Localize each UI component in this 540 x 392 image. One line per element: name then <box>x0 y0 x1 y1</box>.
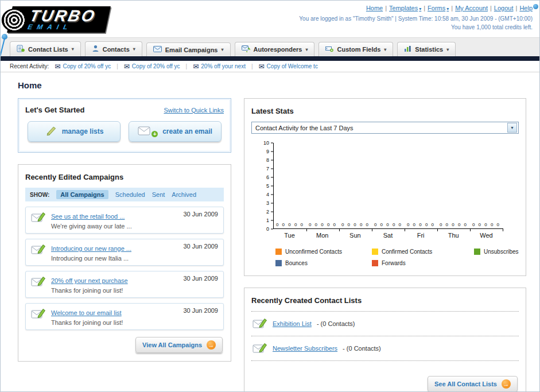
nav-tab-contacts[interactable]: Contacts▾ <box>85 41 142 56</box>
app-logo[interactable]: TURBO EMAIL <box>10 3 108 36</box>
contacts-icon <box>92 45 99 53</box>
y-tick-label: 2 <box>266 209 269 215</box>
campaign-row[interactable]: Welcome to our email listThanks for join… <box>25 303 224 330</box>
contact-list-row[interactable]: Exhibition List- (0 Contacts) <box>251 311 519 336</box>
recent-campaigns-title: Recently Edited Campaigns <box>25 173 123 181</box>
legend-item-unsubscribes: Unsubscribes <box>474 249 540 255</box>
chevron-down-icon: ▾ <box>446 47 449 52</box>
top-link-logout[interactable]: Logout <box>494 5 514 11</box>
contact-list-row[interactable]: Newsletter Subscribers- (0 Contacts) <box>251 336 519 360</box>
legend-item-forwards: Forwards <box>372 260 474 266</box>
chart-plot-area: 0 0 0 0 00 0 0 0 00 0 0 0 00 0 0 0 00 0 … <box>273 143 503 229</box>
right-column: Latest Stats Contact Activity for the La… <box>244 98 526 392</box>
arrow-right-icon: → <box>502 379 511 389</box>
campaign-date: 30 Jun 2009 <box>183 307 218 314</box>
view-all-campaigns-button[interactable]: View All Campaigns → <box>135 337 223 353</box>
top-link-forms[interactable]: Forms▾ <box>428 5 449 11</box>
recent-activity-item[interactable]: ✉Copy of 20% off yc <box>55 63 111 69</box>
bar-value-labels: 0 0 0 0 0 <box>274 222 306 227</box>
nav-tab-autoresponders[interactable]: Autoresponders▾ <box>235 42 315 56</box>
x-tick-label: Wed <box>470 229 503 240</box>
create-email-button[interactable]: + create an email <box>129 121 222 142</box>
bar-group-mon: 0 0 0 0 0 <box>306 143 339 228</box>
bar-value-labels: 0 0 0 0 0 <box>405 222 437 227</box>
legend-label: Bounces <box>285 260 308 266</box>
recent-activity-item[interactable]: ✉Copy of Welcome tc <box>259 63 318 69</box>
header-right: Home|Templates▾|Forms▾|My Account|Logout… <box>299 3 533 36</box>
campaigns-filter-tabs: SHOW: All CampaignsScheduledSentArchived <box>25 188 224 201</box>
activity-separator: | <box>186 63 188 69</box>
campaign-title-link[interactable]: 20% off your next purchase <box>51 277 128 284</box>
bar-group-sun: 0 0 0 0 0 <box>339 143 372 228</box>
campaign-row[interactable]: 20% off your next purchaseThanks for joi… <box>25 271 224 298</box>
legend-label: Unsubscribes <box>484 249 519 255</box>
nav-tab-statistics[interactable]: Statistics▾ <box>397 42 456 56</box>
contact-lists-icon <box>17 45 25 53</box>
chart-x-axis: TueMonSunSatFriThuWed <box>273 229 503 240</box>
nav-tab-contact-lists[interactable]: Contact Lists▾ <box>10 41 81 56</box>
link-separator: | <box>490 5 492 11</box>
contact-list-items: Exhibition List- (0 Contacts)Newsletter … <box>251 311 519 361</box>
nav-tab-email-campaigns[interactable]: Email Campaigns▾ <box>146 42 231 56</box>
create-email-label: create an email <box>162 127 212 135</box>
activity-item-label: Copy of 20% off yc <box>132 63 180 69</box>
x-tick-mark <box>405 228 405 231</box>
email-campaigns-icon <box>153 46 162 53</box>
campaign-filter-scheduled[interactable]: Scheduled <box>115 191 145 198</box>
nav-divider-bar <box>1 56 539 61</box>
view-all-campaigns-label: View All Campaigns <box>142 341 202 348</box>
custom-fields-icon <box>325 45 333 53</box>
top-link-templates[interactable]: Templates▾ <box>389 5 421 11</box>
contact-list-link[interactable]: Newsletter Subscribers <box>273 345 337 352</box>
stats-period-dropdown[interactable]: Contact Activity for the Last 7 Days ▼ <box>251 122 519 134</box>
campaign-row[interactable]: See us at the retail food ...We're givin… <box>25 207 224 234</box>
campaign-row[interactable]: Introducing our new range ...Introducing… <box>25 239 224 266</box>
switch-quick-links[interactable]: Switch to Quick Links <box>164 107 224 114</box>
bar-value-labels: 0 0 0 0 0 <box>339 222 372 227</box>
bar-value-labels: 0 0 0 0 0 <box>470 222 503 227</box>
contact-activity-chart: 109876543210 0 0 0 0 00 0 0 0 00 0 0 0 0… <box>257 143 519 240</box>
latest-stats-panel: Latest Stats Contact Activity for the La… <box>244 98 526 276</box>
recent-activity-bar: Recent Activity: ✉Copy of 20% off yc|✉Co… <box>1 61 539 72</box>
envelope-pencil-icon <box>252 341 267 355</box>
y-tick-label: 9 <box>266 149 269 154</box>
bar-group-sat: 0 0 0 0 0 <box>372 143 405 228</box>
top-link-my-account[interactable]: My Account <box>455 5 488 11</box>
chart-legend: Unconfirmed ContactsConfirmed ContactsUn… <box>275 249 519 266</box>
chevron-down-icon: ▾ <box>133 46 135 52</box>
recent-activity-item[interactable]: ✉20% off your next <box>193 63 246 69</box>
nav-tab-custom-fields[interactable]: Custom Fields▾ <box>318 42 393 56</box>
recent-activity-label: Recent Activity: <box>10 63 49 69</box>
campaign-title-link[interactable]: Introducing our new range ... <box>51 245 131 252</box>
campaign-title-link[interactable]: See us at the retail food ... <box>51 213 125 220</box>
top-link-help[interactable]: Help <box>519 5 533 11</box>
campaign-filter-archived[interactable]: Archived <box>172 191 196 198</box>
contact-list-link[interactable]: Exhibition List <box>273 320 312 327</box>
nav-tab-label: Autoresponders <box>254 46 302 53</box>
campaign-title-link[interactable]: Welcome to our email list <box>51 309 122 316</box>
activity-item-label: 20% off your next <box>201 63 246 69</box>
bar-group-tue: 0 0 0 0 0 <box>274 143 306 228</box>
bar-value-labels: 0 0 0 0 0 <box>306 222 339 227</box>
chevron-down-icon: ▾ <box>72 46 74 52</box>
recent-activity-item[interactable]: ✉Copy of 20% off yc <box>124 63 180 69</box>
stats-period-value: Contact Activity for the Last 7 Days <box>255 125 353 131</box>
top-header: TURBO EMAIL Home|Templates▾|Forms▾|My Ac… <box>1 1 539 37</box>
top-link-home[interactable]: Home <box>366 5 383 11</box>
campaign-filter-all-campaigns[interactable]: All Campaigns <box>56 190 108 199</box>
envelope-pencil-icon <box>31 211 46 226</box>
chart-y-axis: 109876543210 <box>257 143 273 229</box>
envelope-pencil-icon <box>31 307 46 322</box>
manage-lists-button[interactable]: manage lists <box>28 121 121 142</box>
envelope-icon: ✉ <box>55 64 60 69</box>
legend-label: Forwards <box>382 260 406 266</box>
see-all-contact-lists-label: See All Contact Lists <box>434 381 497 387</box>
campaign-subtitle: Introducing our new Italia ... <box>51 255 178 262</box>
autoresponders-icon <box>242 45 250 53</box>
recent-contact-lists-panel: Recently Created Contact Lists Exhibitio… <box>244 288 526 392</box>
nav-tab-label: Custom Fields <box>337 46 380 53</box>
see-all-contact-lists-button[interactable]: See All Contact Lists → <box>428 376 518 392</box>
chevron-down-icon: ▾ <box>384 47 386 52</box>
campaign-filter-sent[interactable]: Sent <box>152 191 165 198</box>
legend-swatch <box>275 260 282 266</box>
